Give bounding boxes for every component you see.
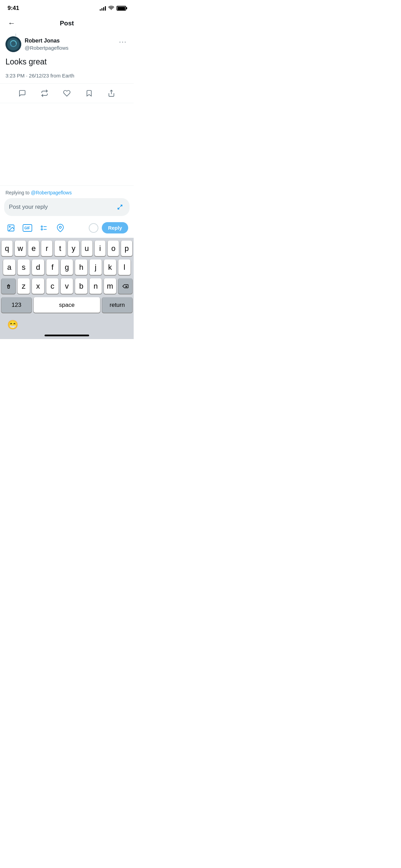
key-v[interactable]: v (61, 278, 73, 294)
bottom-bar: 😁 (0, 316, 134, 335)
wifi-icon (108, 5, 114, 11)
key-h[interactable]: h (75, 260, 87, 275)
content-spacer (0, 103, 134, 185)
key-k[interactable]: k (104, 260, 116, 275)
gif-button[interactable]: GIF (22, 222, 33, 233)
reply-button[interactable]: Reply (102, 222, 128, 233)
user-handle: @Robertpageflows (25, 45, 69, 51)
svg-point-10 (41, 229, 42, 230)
expand-button[interactable] (115, 202, 125, 212)
key-z[interactable]: z (17, 278, 30, 294)
svg-point-13 (59, 226, 61, 228)
svg-point-1 (7, 38, 20, 50)
nav-bar: ← Post (0, 14, 134, 34)
key-l[interactable]: l (118, 260, 131, 275)
image-button[interactable] (5, 222, 16, 233)
key-o[interactable]: o (108, 241, 119, 256)
post-header: Robert Jonas @Robertpageflows ··· (5, 36, 128, 52)
status-bar: 9:41 (0, 0, 134, 14)
share-button[interactable] (105, 86, 118, 100)
more-button[interactable]: ··· (118, 36, 128, 47)
key-x[interactable]: x (32, 278, 44, 294)
key-space[interactable]: space (34, 297, 100, 313)
key-delete[interactable] (118, 278, 132, 294)
key-numbers[interactable]: 123 (1, 297, 32, 313)
key-c[interactable]: c (46, 278, 59, 294)
nav-title: Post (60, 20, 74, 27)
keyboard-row-4: 123 space return (1, 297, 132, 313)
location-button[interactable] (55, 222, 66, 233)
reply-toolbar: GIF Reply (0, 219, 134, 238)
key-m[interactable]: m (104, 278, 116, 294)
key-t[interactable]: t (54, 241, 66, 256)
retweet-button[interactable] (38, 86, 51, 100)
user-info: Robert Jonas @Robertpageflows (25, 37, 69, 51)
key-shift[interactable] (1, 278, 15, 294)
toolbar-icons: GIF (5, 222, 89, 233)
key-f[interactable]: f (46, 260, 59, 275)
signal-icon (100, 6, 106, 11)
battery-icon (117, 6, 126, 11)
back-arrow-icon: ← (8, 19, 15, 28)
replying-to-handle[interactable]: @Robertpageflows (31, 190, 72, 195)
reply-input[interactable]: Post your reply (9, 204, 115, 210)
svg-point-6 (9, 226, 10, 227)
keyboard-row-3: z x c v b n m (1, 278, 132, 294)
keyboard: q w e r t y u i o p a s d f g h j k l z … (0, 238, 134, 316)
thread-line (0, 34, 134, 36)
svg-text:GIF: GIF (24, 226, 30, 230)
status-time: 9:41 (8, 5, 19, 12)
key-s[interactable]: s (17, 260, 30, 275)
key-n[interactable]: n (89, 278, 102, 294)
key-e[interactable]: e (28, 241, 39, 256)
key-u[interactable]: u (81, 241, 93, 256)
like-button[interactable] (60, 86, 74, 100)
emoji-button[interactable]: 😁 (7, 319, 19, 330)
svg-point-9 (41, 226, 42, 227)
home-indicator-area (0, 335, 134, 339)
character-count (89, 223, 98, 233)
user-name: Robert Jonas (25, 37, 69, 45)
action-bar (11, 84, 123, 103)
key-w[interactable]: w (15, 241, 26, 256)
key-p[interactable]: p (121, 241, 132, 256)
keyboard-row-1: q w e r t y u i o p (1, 241, 132, 256)
key-r[interactable]: r (41, 241, 52, 256)
replying-to-label: Replying to @Robertpageflows (0, 186, 134, 198)
key-a[interactable]: a (3, 260, 15, 275)
post-container: Robert Jonas @Robertpageflows ··· Looks … (0, 36, 134, 103)
key-d[interactable]: d (32, 260, 44, 275)
bookmark-button[interactable] (82, 86, 96, 100)
reply-area: Replying to @Robertpageflows Post your r… (0, 185, 134, 238)
key-i[interactable]: i (95, 241, 106, 256)
reply-input-container: Post your reply (4, 198, 130, 216)
post-meta: 3:23 PM · 26/12/23 from Earth (5, 73, 128, 79)
key-j[interactable]: j (89, 260, 102, 275)
list-button[interactable] (38, 222, 49, 233)
key-g[interactable]: g (61, 260, 73, 275)
status-icons (100, 5, 126, 11)
key-return[interactable]: return (102, 297, 132, 313)
home-bar (45, 335, 89, 336)
svg-rect-14 (8, 286, 9, 288)
comment-button[interactable] (15, 86, 29, 100)
keyboard-row-2: a s d f g h j k l (1, 260, 132, 275)
key-q[interactable]: q (1, 241, 13, 256)
key-b[interactable]: b (75, 278, 87, 294)
avatar (5, 36, 21, 52)
key-y[interactable]: y (68, 241, 79, 256)
post-text: Looks great (5, 56, 128, 67)
back-button[interactable]: ← (5, 17, 18, 29)
